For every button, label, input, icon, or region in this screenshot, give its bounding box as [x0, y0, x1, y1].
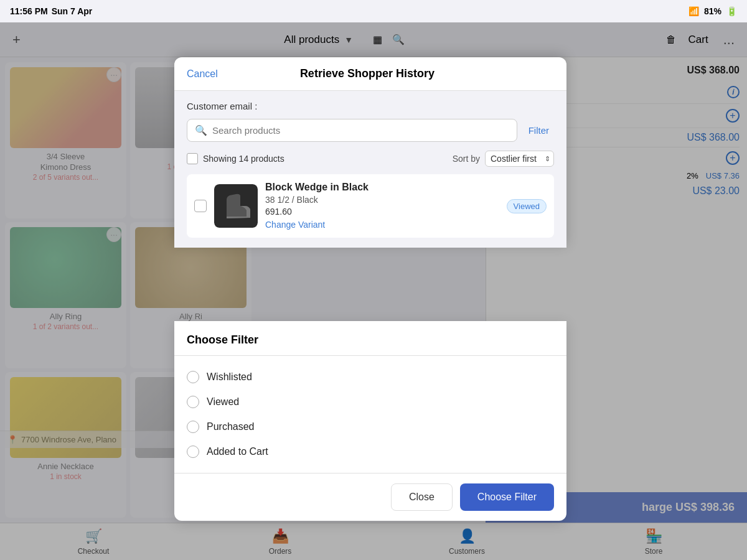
products-row: Showing 14 products Sort by Costlier fir… — [187, 151, 554, 167]
sort-select[interactable]: Costlier first Cheaper first Newest firs… — [485, 151, 554, 167]
showing-text: Showing 14 products — [203, 154, 284, 164]
filter-option-viewed[interactable]: Viewed — [187, 390, 554, 414]
radio-purchased[interactable] — [187, 421, 199, 433]
product-thumbnail — [214, 184, 258, 228]
close-button[interactable]: Close — [391, 483, 453, 511]
product-list-price: 691.60 — [265, 207, 499, 217]
filter-option-wishlisted[interactable]: Wishlisted — [187, 365, 554, 390]
filter-panel-title: Choose Filter — [187, 334, 258, 346]
filter-panel: Choose Filter Wishlisted Viewed Purchase… — [174, 321, 566, 521]
status-bar: 11:56 PM Sun 7 Apr 📶 81% 🔋 — [0, 0, 747, 22]
filter-option-label-wishlisted: Wishlisted — [207, 371, 252, 383]
boot-image — [214, 184, 258, 228]
sort-wrapper: Costlier first Cheaper first Newest firs… — [485, 151, 554, 167]
wifi-icon: 📶 — [688, 6, 699, 16]
search-input-wrap: 🔍 — [187, 119, 517, 142]
product-list-item: Block Wedge in Black 38 1/2 / Black 691.… — [187, 174, 554, 238]
filter-option-purchased[interactable]: Purchased — [187, 414, 554, 439]
modal-body: Customer email : 🔍 Filter Showing 14 pro… — [174, 91, 566, 248]
product-list-variant: 38 1/2 / Black — [265, 195, 499, 205]
product-list-name: Block Wedge in Black — [265, 182, 499, 193]
filter-option-label-purchased: Purchased — [207, 421, 255, 432]
change-variant-button[interactable]: Change Variant — [265, 220, 325, 230]
viewed-badge: Viewed — [507, 199, 547, 213]
product-checkbox[interactable] — [194, 200, 207, 212]
filter-actions: Close Choose Filter — [174, 473, 566, 521]
select-all-checkbox[interactable] — [187, 153, 198, 164]
product-info: Block Wedge in Black 38 1/2 / Black 691.… — [265, 182, 499, 230]
cancel-button[interactable]: Cancel — [187, 68, 218, 80]
modal-title: Retrieve Shopper History — [300, 67, 435, 80]
time: 11:56 PM — [10, 6, 48, 16]
filter-options: Wishlisted Viewed Purchased Added to Car… — [174, 356, 566, 473]
filter-panel-header: Choose Filter — [174, 321, 566, 356]
customer-email-label: Customer email : — [187, 101, 554, 111]
filter-option-added-to-cart[interactable]: Added to Cart — [187, 439, 554, 464]
search-inner-icon: 🔍 — [195, 124, 207, 136]
modal-header: Cancel Retrieve Shopper History — [174, 57, 566, 91]
filter-option-label-added-to-cart: Added to Cart — [207, 446, 268, 457]
choose-filter-button[interactable]: Choose Filter — [460, 483, 554, 511]
date: Sun 7 Apr — [52, 6, 93, 16]
modal-panel: Cancel Retrieve Shopper History Customer… — [174, 57, 566, 248]
radio-added-to-cart[interactable] — [187, 446, 199, 458]
battery-icon: 🔋 — [726, 6, 737, 16]
app-background: + All products ▼ ▦ 🔍 🗑 Cart ... ··· 3/4 … — [0, 22, 747, 560]
battery-level: 81% — [704, 6, 721, 16]
sort-by-label: Sort by — [453, 154, 480, 164]
radio-viewed[interactable] — [187, 396, 199, 408]
search-input[interactable] — [212, 125, 509, 136]
filter-option-label-viewed: Viewed — [207, 396, 239, 408]
search-row: 🔍 Filter — [187, 119, 554, 142]
filter-button[interactable]: Filter — [524, 123, 554, 138]
radio-wishlisted[interactable] — [187, 371, 199, 383]
